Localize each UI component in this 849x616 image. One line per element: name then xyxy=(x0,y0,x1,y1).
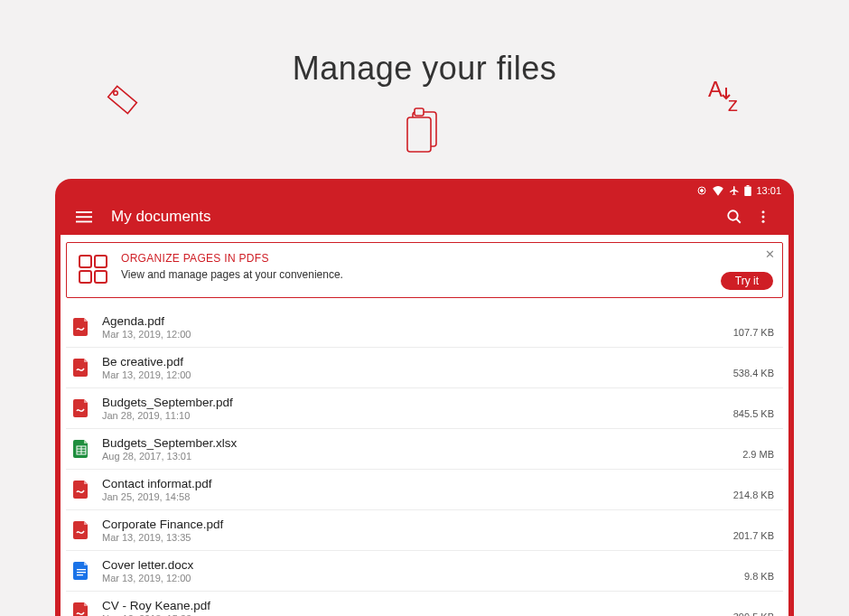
content-area: ✕ ORGANIZE PAGES IN PDFS View and manage… xyxy=(61,235,788,616)
file-row[interactable]: Budgets_September.pdfJan 28, 2019, 11:10… xyxy=(66,388,783,429)
svg-rect-26 xyxy=(77,569,86,570)
file-size: 107.7 KB xyxy=(733,327,779,338)
more-button[interactable] xyxy=(749,202,778,231)
file-size: 845.5 KB xyxy=(733,408,779,419)
file-row[interactable]: Agenda.pdfMar 13, 2019, 12:00107.7 KB xyxy=(66,307,783,348)
location-icon xyxy=(696,185,707,196)
file-name: Budgets_September.pdf xyxy=(102,396,733,409)
file-date: Mar 13, 2019, 13:35 xyxy=(102,532,733,543)
pdf-file-icon xyxy=(70,359,93,377)
file-row[interactable]: CV - Roy Keane.pdfNov 12, 2018, 15:33399… xyxy=(66,592,783,616)
file-size: 399.5 KB xyxy=(733,611,779,616)
file-row[interactable]: Contact informat.pdfJan 25, 2019, 14:582… xyxy=(66,470,783,510)
file-list: Agenda.pdfMar 13, 2019, 12:00107.7 KBBe … xyxy=(66,307,783,616)
svg-rect-18 xyxy=(79,256,91,267)
app-bar: My documents xyxy=(61,199,788,235)
file-size: 2.9 MB xyxy=(742,449,779,460)
doc-file-icon xyxy=(70,562,93,580)
svg-point-13 xyxy=(728,210,738,220)
xls-file-icon xyxy=(70,440,93,458)
menu-button[interactable] xyxy=(71,204,97,229)
file-name: Corporate Finance.pdf xyxy=(102,518,733,531)
svg-rect-2 xyxy=(407,117,431,152)
svg-rect-27 xyxy=(77,572,86,573)
tag-icon xyxy=(104,81,142,123)
file-date: Mar 13, 2019, 12:00 xyxy=(102,369,733,380)
pdf-file-icon xyxy=(70,399,93,417)
svg-point-7 xyxy=(701,190,704,192)
wifi-icon xyxy=(712,185,724,196)
svg-rect-11 xyxy=(76,216,92,218)
svg-rect-8 xyxy=(745,187,752,197)
banner-title: ORGANIZE PAGES IN PDFS xyxy=(121,252,771,265)
sort-az-icon: A z xyxy=(706,77,750,118)
file-name: Budgets_September.xlsx xyxy=(102,436,742,450)
file-size: 201.7 KB xyxy=(733,530,779,541)
file-name: Cover letter.docx xyxy=(102,558,744,572)
svg-rect-10 xyxy=(76,211,92,213)
file-name: Agenda.pdf xyxy=(102,314,733,328)
svg-rect-20 xyxy=(79,271,91,283)
file-date: Mar 13, 2019, 12:00 xyxy=(102,573,744,583)
banner-subtitle: View and manage pages at your convenienc… xyxy=(121,268,771,281)
svg-rect-19 xyxy=(95,256,107,267)
battery-icon xyxy=(744,185,751,196)
file-date: Jan 28, 2019, 11:10 xyxy=(102,410,733,421)
file-row[interactable]: Be creative.pdfMar 13, 2019, 12:00538.4 … xyxy=(66,348,783,388)
file-size: 214.8 KB xyxy=(733,490,779,500)
svg-text:A: A xyxy=(708,77,723,101)
grid-icon xyxy=(78,254,108,288)
status-bar: 13:01 xyxy=(61,182,788,199)
file-name: Be creative.pdf xyxy=(102,355,733,369)
file-row[interactable]: Budgets_September.xlsxAug 28, 2017, 13:0… xyxy=(66,429,783,470)
airplane-icon xyxy=(729,185,740,196)
promo-banner: ✕ ORGANIZE PAGES IN PDFS View and manage… xyxy=(66,242,783,298)
pdf-file-icon xyxy=(70,602,93,616)
tablet-frame: 13:01 My documents ✕ ORGANIZE xyxy=(55,179,794,616)
search-button[interactable] xyxy=(720,202,749,231)
try-it-button[interactable]: Try it xyxy=(721,272,773,290)
svg-rect-12 xyxy=(76,221,92,223)
status-time: 13:01 xyxy=(756,185,781,196)
svg-rect-28 xyxy=(77,574,83,575)
file-row[interactable]: Corporate Finance.pdfMar 13, 2019, 13:35… xyxy=(66,510,783,551)
svg-point-16 xyxy=(762,216,765,219)
file-name: CV - Roy Keane.pdf xyxy=(102,599,733,612)
svg-point-0 xyxy=(114,91,118,96)
file-date: Jan 25, 2019, 14:58 xyxy=(102,491,733,502)
svg-rect-9 xyxy=(747,185,750,187)
file-size: 9.8 KB xyxy=(744,571,779,582)
file-row[interactable]: Cover letter.docxMar 13, 2019, 12:009.8 … xyxy=(66,551,783,592)
file-date: Aug 28, 2017, 13:01 xyxy=(102,451,742,462)
close-icon[interactable]: ✕ xyxy=(765,248,775,260)
svg-line-14 xyxy=(736,219,741,223)
app-title: My documents xyxy=(111,208,720,226)
svg-point-17 xyxy=(762,220,765,223)
svg-point-15 xyxy=(762,210,765,213)
file-date: Mar 13, 2019, 12:00 xyxy=(102,329,733,340)
svg-rect-3 xyxy=(415,108,424,116)
file-name: Contact informat.pdf xyxy=(102,477,733,490)
pdf-file-icon xyxy=(70,521,93,539)
clipboard-icon xyxy=(402,107,445,161)
pdf-file-icon xyxy=(70,318,93,336)
svg-rect-21 xyxy=(95,271,107,283)
file-size: 538.4 KB xyxy=(733,368,779,378)
pdf-file-icon xyxy=(70,481,93,499)
